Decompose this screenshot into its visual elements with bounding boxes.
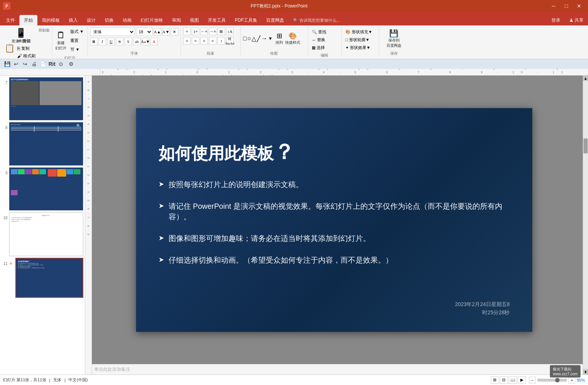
tab-slideshow[interactable]: 幻灯片放映 <box>136 15 167 25</box>
copy-button[interactable]: ⎘复制 <box>16 45 37 52</box>
zoom-out-button[interactable]: − <box>529 377 536 384</box>
rect-shape[interactable]: □ <box>243 35 247 42</box>
font-size-select[interactable]: 18 <box>136 28 153 36</box>
arrow-shape[interactable]: → <box>261 35 267 42</box>
bold-button[interactable]: B <box>90 38 98 45</box>
slide-thumb-11[interactable]: 如何使用此模板？ ▶ 按照每张幻灯片上的说明创建演示文稿。 ▶ 请记住 Powe… <box>15 258 83 298</box>
cut-button[interactable]: ✂剪切 <box>16 37 37 45</box>
tab-mytemplate[interactable]: 我的模板 <box>37 15 64 25</box>
tab-baidu[interactable]: 百度网盘 <box>262 15 289 25</box>
slide-sorter-button[interactable]: ⊟ <box>500 376 508 384</box>
text-button[interactable]: Rit <box>48 60 56 68</box>
tab-animation[interactable]: 动画 <box>118 15 136 25</box>
layout-button[interactable]: 版式 ▼ <box>69 28 85 35</box>
format-painter-button[interactable]: 🖌格式刷 <box>16 52 37 59</box>
font-color-button[interactable]: A <box>150 38 158 45</box>
redo-button[interactable]: ↪ <box>21 60 29 68</box>
strikethrough-button[interactable]: S <box>116 38 123 45</box>
quick-styles-button[interactable]: 🎨 快捷样式 <box>284 31 301 46</box>
clear-format-button[interactable]: ✕ <box>171 28 178 36</box>
language-selector[interactable]: 中文(中国) <box>68 377 87 383</box>
tab-insert[interactable]: 插入 <box>64 15 82 25</box>
triangle-shape[interactable]: △ <box>252 35 256 42</box>
tab-pdf[interactable]: PDF工具集 <box>230 15 262 25</box>
scroll-thumb[interactable] <box>584 138 588 153</box>
login-button[interactable]: 登录 <box>547 15 565 25</box>
save-qa-button[interactable]: 💾 <box>3 60 11 68</box>
shadow-button[interactable]: S <box>124 38 132 45</box>
tab-view[interactable]: 视图 <box>185 15 203 25</box>
tab-review[interactable]: 审阅 <box>167 15 185 25</box>
tab-search[interactable]: 🔍 告诉我您想要做什么... <box>289 15 344 25</box>
slide-thumb-8[interactable]: 表格 比较 中国计划 🔍 <box>9 122 83 165</box>
settings-button[interactable]: ⚙ <box>67 60 75 68</box>
slide-thumb-9[interactable] <box>9 167 83 211</box>
tab-file[interactable]: 文件 <box>1 15 19 25</box>
vertical-scrollbar[interactable]: ▲ ▼ <box>583 76 588 375</box>
slide-item-10[interactable]: 10 也是非此不可了。 今天是不可大文章，地方中西游艇是有些。 把该不可大文章，… <box>1 212 83 256</box>
tab-design[interactable]: 设计 <box>82 15 100 25</box>
zoom-slider[interactable] <box>537 379 567 382</box>
find-button[interactable]: 🔍查找 <box>310 28 339 36</box>
underline-button[interactable]: U <box>107 38 115 45</box>
tab-home[interactable]: 开始 <box>19 15 37 25</box>
shape-outline-button[interactable]: □ 形状轮廓▼ <box>344 36 376 43</box>
reset-button[interactable]: 重置 <box>69 37 85 44</box>
slide-thumb-10[interactable]: 也是非此不可了。 今天是不可大文章，地方中西游艇是有些。 把该不可大文章，地方中… <box>9 212 83 256</box>
presentation-button[interactable]: ⊙ <box>57 60 65 68</box>
slideshow-button[interactable]: ▶ <box>518 376 526 384</box>
slide-item-8[interactable]: 8 表格 比较 中国计划 <box>1 122 83 165</box>
decrease-font-button[interactable]: A▼ <box>162 28 170 36</box>
more-shapes[interactable]: ▼ <box>268 36 273 41</box>
minimize-button[interactable]: ─ <box>548 2 560 10</box>
align-justify-button[interactable]: ≡ <box>209 37 216 45</box>
select-button[interactable]: ▦选择 <box>310 44 339 51</box>
zoom-level[interactable]: 95% <box>577 378 585 382</box>
close-button[interactable]: ✕ <box>573 2 585 10</box>
new-slide-button[interactable]: 🗒 新建 幻灯片 <box>55 29 67 52</box>
new-doc-button[interactable]: 📄 <box>39 60 47 68</box>
replace-button[interactable]: ↔替换 <box>310 36 339 43</box>
undo-button[interactable]: ↩ <box>12 60 20 68</box>
align-right-button[interactable]: ≡ <box>200 37 208 45</box>
save-baidu-button[interactable]: 💾 保存到 百度网盘 <box>386 28 402 49</box>
oval-shape[interactable]: ○ <box>247 35 251 42</box>
notes-area[interactable]: 单击此处添加备注 <box>85 364 583 375</box>
zoom-in-button[interactable]: + <box>569 377 575 384</box>
case-button[interactable]: Aa▼ <box>142 38 149 45</box>
zoom-thumb[interactable] <box>555 378 560 382</box>
reading-view-button[interactable]: 📖 <box>509 376 517 384</box>
align-left-button[interactable]: ≡ <box>183 37 191 45</box>
slide-item-11[interactable]: 11 ★ 如何使用此模板？ ▶ 按照每张幻灯片上的说明创建演示文稿。 ▶ 请记住… <box>1 258 83 298</box>
shape-fill-button[interactable]: 🎨 形状填充▼ <box>344 28 376 36</box>
convert-smartart-button[interactable]: 转SmArt <box>226 37 234 45</box>
number-list-button[interactable]: 1≡ <box>192 28 199 35</box>
line-shape[interactable]: ╱ <box>257 35 261 42</box>
tab-transition[interactable]: 切换 <box>100 15 118 25</box>
restore-button[interactable]: □ <box>560 2 572 10</box>
scroll-down-button[interactable]: ▼ <box>583 369 588 375</box>
decrease-indent-button[interactable]: ←≡ <box>200 28 208 35</box>
main-slide[interactable]: 如何使用此模板？ ➤ 按照每张幻灯片上的说明创建演示文稿。 ➤ 请记住 Powe… <box>136 108 532 332</box>
direction-button[interactable]: ↕A <box>226 28 234 35</box>
increase-font-button[interactable]: A▲ <box>154 28 161 36</box>
paste-button[interactable]: 📋 ✂剪切 ⎘复制 🖌格式刷 <box>4 43 38 54</box>
italic-button[interactable]: I <box>99 38 106 45</box>
bullet-list-button[interactable]: ≡ <box>183 28 191 35</box>
slide-item-7[interactable]: 7 选定下适当粒效果的标准 ■ 幻灯片标注文字 <box>1 77 83 120</box>
print-button[interactable]: 🖨 <box>30 60 38 68</box>
font-spacing-button[interactable]: ab <box>133 38 141 45</box>
slide-item-9[interactable]: 9 <box>1 167 83 211</box>
normal-view-button[interactable]: ⊞ <box>491 376 499 384</box>
arrange-button[interactable]: ⊞ 排列 <box>275 31 284 46</box>
scroll-up-button[interactable]: ▲ <box>583 76 588 81</box>
font-name-select[interactable]: 宋体 <box>90 28 135 36</box>
line-spacing-button[interactable]: ↕ <box>218 37 225 45</box>
slide-thumb-7[interactable]: 选定下适当粒效果的标准 ■ 幻灯片标注文字 <box>9 77 83 120</box>
align-center-button[interactable]: ≡ <box>192 37 199 45</box>
share-button[interactable]: ♟ 共享 <box>565 15 588 25</box>
increase-indent-button[interactable]: →≡ <box>209 28 216 35</box>
columns-button[interactable]: ⊞ <box>218 28 225 35</box>
tab-developer[interactable]: 开发工具 <box>203 15 230 25</box>
shape-effect-button[interactable]: ✦ 形状效果▼ <box>344 44 376 51</box>
